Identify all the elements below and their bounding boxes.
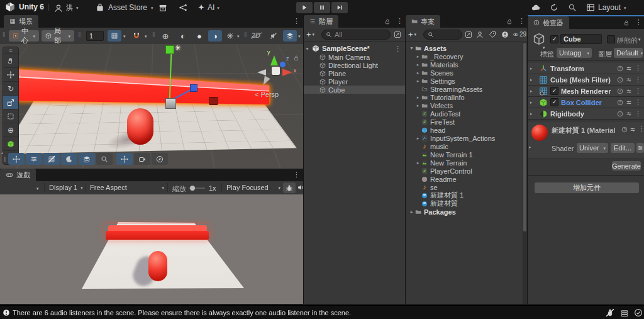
lock-icon[interactable] <box>384 18 391 25</box>
scene-effects-caret[interactable]: ▾ <box>298 34 301 38</box>
scene-menu-kebab[interactable]: ⋮ <box>293 18 300 25</box>
aspect-dropdown[interactable]: Free Aspect ▾ <box>90 184 164 191</box>
expand-arrow[interactable]: ▸ <box>414 136 421 141</box>
play-button[interactable] <box>296 2 313 13</box>
overlay-drag-handle[interactable]: ‖ <box>4 155 7 163</box>
hidden-count-toggle[interactable]: 29 <box>513 31 526 38</box>
play-focused-dropdown[interactable]: Play Focused ▾ <box>226 184 280 191</box>
mode-2d-toggle[interactable]: 2D <box>252 31 260 39</box>
asset-store-menu[interactable]: Asset Store ▾ <box>96 3 153 12</box>
axis-z-ball[interactable] <box>280 62 286 67</box>
red-capsule[interactable] <box>127 108 153 145</box>
project-item-row[interactable]: ▸_Recovery <box>406 52 523 60</box>
gizmo-lock-icon[interactable] <box>293 55 299 61</box>
tab-project[interactable]: 專案 <box>406 15 440 28</box>
snap-increment-input[interactable] <box>86 31 104 41</box>
preset-icon[interactable] <box>626 65 632 72</box>
help-icon[interactable]: ? <box>617 99 623 106</box>
cloud-icon[interactable] <box>531 3 540 12</box>
gizmo-crescent-button[interactable]: ◑ <box>208 30 222 42</box>
project-item-row[interactable]: ▸New Terrain <box>406 159 523 167</box>
object-name-input[interactable] <box>560 34 602 44</box>
project-item-row[interactable]: 新建材質 <box>406 199 523 208</box>
axis-y-cone[interactable] <box>270 55 278 65</box>
overlay-move-button[interactable] <box>8 153 25 165</box>
hierarchy-item-row[interactable]: Player <box>304 77 405 86</box>
material-expand-arrow[interactable]: ▸ <box>529 145 531 150</box>
persp-toggle[interactable]: < Persp <box>255 91 279 98</box>
expand-arrow[interactable]: ▸ <box>414 103 421 108</box>
expand-arrow[interactable]: ▸ <box>530 66 536 71</box>
gizmo-halfshaded-button[interactable]: ◐ <box>176 30 190 42</box>
debugger-disabled-icon[interactable] <box>606 308 614 317</box>
component-row[interactable]: ▸✓Mesh Renderer?⋮ <box>528 86 644 97</box>
lock-icon[interactable] <box>623 20 630 26</box>
ai-menu[interactable]: AI ▾ <box>197 3 219 12</box>
project-item-row[interactable]: ▸Materials <box>406 60 523 69</box>
statusbar[interactable]: There are 6 audio listeners in the scene… <box>0 305 644 319</box>
layer-dropdown[interactable]: Default▾ <box>614 48 643 58</box>
component-row[interactable]: ▸Cube (Mesh Filter)?⋮ <box>528 74 644 86</box>
hierarchy-item-row[interactable]: Plane <box>304 69 405 77</box>
tool-orientation-dropdown[interactable]: 局部 ▾ <box>42 30 74 42</box>
game-menu-kebab[interactable]: ⋮ <box>293 171 300 178</box>
hierarchy-scene-row[interactable]: ▼ SampleScene* ⋮ <box>304 44 405 53</box>
component-kebab[interactable]: ⋮ <box>635 99 641 106</box>
toolbar-drag-handle[interactable]: ‖ <box>3 31 6 38</box>
expand-arrow[interactable]: ▸ <box>414 62 421 67</box>
help-icon[interactable]: ? <box>617 111 623 117</box>
expand-arrow[interactable]: ▸ <box>408 210 415 215</box>
expand-arrow[interactable]: ▼ <box>408 46 415 50</box>
directional-light-icon[interactable]: ☀ <box>175 44 181 52</box>
project-item-row[interactable]: ▸Vefects <box>406 101 523 109</box>
account-menu[interactable]: 洪 ▾ <box>54 3 79 13</box>
hierarchy-search-input[interactable]: All <box>321 30 391 40</box>
add-component-button[interactable]: 增加元件 <box>535 182 639 193</box>
archive-icon[interactable] <box>158 3 167 12</box>
component-enabled-checkbox[interactable]: ✓ <box>550 98 558 106</box>
project-item-row[interactable]: #AudioTest <box>406 109 523 118</box>
scene-effects-dropdown[interactable] <box>283 30 297 42</box>
history-icon[interactable] <box>550 3 558 12</box>
search-by-type-icon[interactable] <box>476 31 484 38</box>
gizmo-x-handle[interactable] <box>209 97 218 105</box>
component-kebab[interactable]: ⋮ <box>635 76 641 83</box>
scale-tool-button[interactable] <box>3 96 18 109</box>
preset-icon[interactable] <box>626 111 632 117</box>
expand-arrow[interactable]: ▸ <box>414 79 421 84</box>
game-stats-button[interactable] <box>283 182 296 193</box>
game-mode-dropdown[interactable]: ▾ <box>36 186 39 191</box>
tab-game[interactable]: 遊戲 <box>0 169 36 181</box>
snap-toggle-button[interactable] <box>130 30 143 42</box>
shader-edit-button[interactable]: Edit... <box>611 143 635 153</box>
snap-toggle-caret[interactable]: ▾ <box>145 34 147 38</box>
gizmo-filled-button[interactable]: ● <box>192 30 206 42</box>
gizmo-crosshair-button[interactable]: ⊕ <box>158 30 172 42</box>
search-by-label-icon[interactable] <box>489 31 496 38</box>
tab-hierarchy[interactable]: 階層 <box>304 15 338 28</box>
open-search-window-icon[interactable] <box>465 31 472 38</box>
static-caret[interactable]: ▾ <box>638 37 641 42</box>
lock-icon[interactable] <box>506 18 513 25</box>
help-icon[interactable]: ? <box>617 88 623 94</box>
palette-drag-handle[interactable]: ≡ <box>3 47 18 54</box>
overlay-moon-button[interactable] <box>61 153 77 165</box>
expand-arrow[interactable]: ▸ <box>414 70 421 76</box>
inspector-menu-kebab[interactable]: ⋮ <box>635 19 642 26</box>
scene-viewport[interactable]: ☀ y z x < Persp ≡ ↻ <box>0 44 303 169</box>
pause-button[interactable] <box>314 2 330 13</box>
hierarchy-add-button[interactable]: +▾ <box>306 30 314 39</box>
expand-arrow[interactable]: ▸ <box>414 95 421 100</box>
tab-inspector[interactable]: 檢查器 <box>528 16 569 29</box>
preview-caret[interactable]: ▾ <box>543 45 545 50</box>
object-preview-icon[interactable] <box>533 33 545 45</box>
project-scrollbar[interactable] <box>523 42 527 304</box>
component-row[interactable]: ▸Rigidbody?⋮ <box>528 108 644 120</box>
project-item-row[interactable]: ▸Scenes <box>406 69 523 77</box>
generate-button[interactable]: Generate <box>612 161 641 171</box>
preset-icon[interactable] <box>626 77 632 83</box>
help-icon[interactable]: ? <box>617 77 623 83</box>
move-tool-button[interactable] <box>3 68 18 82</box>
open-search-window-icon[interactable] <box>394 31 401 38</box>
rect-tool-button[interactable] <box>3 109 18 123</box>
